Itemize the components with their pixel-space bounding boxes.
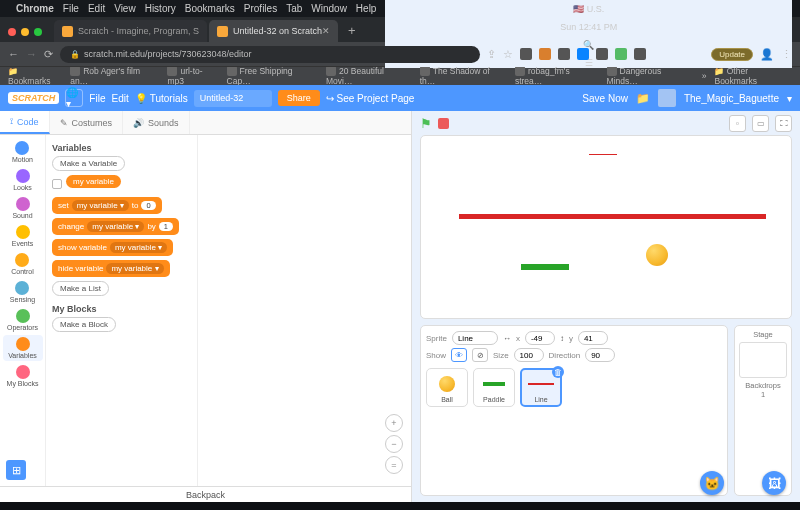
cat-variables[interactable]: Variables xyxy=(3,335,43,361)
bookmark-folder[interactable]: Bookmarks xyxy=(8,66,62,85)
mystuff-icon[interactable]: 📁 xyxy=(636,92,650,105)
update-button[interactable]: Update xyxy=(711,48,753,61)
zoom-in-button[interactable]: + xyxy=(385,414,403,432)
input-flag[interactable]: 🇺🇸 U.S. xyxy=(573,4,604,14)
cat-sound[interactable]: Sound xyxy=(12,195,32,221)
save-now[interactable]: Save Now xyxy=(582,93,628,104)
sprite-name-input[interactable] xyxy=(452,331,498,345)
bookmark[interactable]: Dangerous Minds… xyxy=(607,66,694,85)
close-tab-icon[interactable]: ✕ xyxy=(322,26,330,36)
stage[interactable] xyxy=(420,135,792,319)
cat-events[interactable]: Events xyxy=(12,223,33,249)
sprite-size-input[interactable] xyxy=(514,348,544,362)
menu-profiles[interactable]: Profiles xyxy=(244,3,277,14)
tab-2-active[interactable]: Untitled-32 on Scratch ✕ xyxy=(209,20,338,42)
bookmark[interactable]: Rob Ager's film an… xyxy=(70,66,159,85)
menu-view[interactable]: View xyxy=(114,3,136,14)
chevron-down-icon[interactable]: ▾ xyxy=(787,93,792,104)
sprite-card-paddle[interactable]: Paddle xyxy=(473,368,515,407)
extension-icon[interactable] xyxy=(634,48,646,60)
add-backdrop-button[interactable]: 🖼 xyxy=(762,471,786,495)
star-icon[interactable]: ☆ xyxy=(503,48,513,61)
fullscreen-button[interactable]: ⛶ xyxy=(775,115,792,132)
stop-button[interactable] xyxy=(438,118,449,129)
cat-control[interactable]: Control xyxy=(11,251,34,277)
make-block-button[interactable]: Make a Block xyxy=(52,317,116,332)
sprite-card-line[interactable]: 🗑Line xyxy=(520,368,562,407)
cat-operators[interactable]: Operators xyxy=(7,307,38,333)
cat-myblocks[interactable]: My Blocks xyxy=(7,363,39,389)
language-button[interactable]: 🌐▾ xyxy=(65,89,83,107)
username[interactable]: The_Magic_Baguette xyxy=(684,93,779,104)
menu-edit[interactable]: Edit xyxy=(111,93,128,104)
zoom-reset-button[interactable]: = xyxy=(385,456,403,474)
sprite-direction-input[interactable] xyxy=(585,348,615,362)
bookmark[interactable]: The Shadow of th… xyxy=(420,66,507,85)
scripts-canvas[interactable]: + − = xyxy=(198,135,411,486)
hide-sprite-button[interactable]: ⊘ xyxy=(472,348,488,362)
scratch-logo[interactable]: SCRATCH xyxy=(8,92,59,104)
bookmark[interactable]: Free Shipping Cap… xyxy=(227,66,318,85)
stage-thumbnail[interactable] xyxy=(739,342,787,378)
extension-icon[interactable] xyxy=(558,48,570,60)
block-set-var[interactable]: setmy variable ▾to0 xyxy=(52,197,162,214)
menu-history[interactable]: History xyxy=(145,3,176,14)
menu-edit[interactable]: Edit xyxy=(88,3,105,14)
bookmark[interactable]: url-to-mp3 xyxy=(167,66,218,85)
show-sprite-button[interactable]: 👁 xyxy=(451,348,467,362)
extension-icon[interactable] xyxy=(596,48,608,60)
back-button[interactable]: ← xyxy=(8,48,19,60)
block-show-var[interactable]: show variablemy variable ▾ xyxy=(52,239,173,256)
tutorials-button[interactable]: 💡Tutorials xyxy=(135,93,188,104)
reload-button[interactable]: ⟳ xyxy=(44,48,53,61)
sprite-ball[interactable] xyxy=(646,244,668,266)
variable-reporter[interactable]: my variable xyxy=(66,175,121,188)
menu-bookmarks[interactable]: Bookmarks xyxy=(185,3,235,14)
tab-sounds[interactable]: 🔊Sounds xyxy=(123,111,190,134)
share-button[interactable]: Share xyxy=(278,90,320,106)
profile-icon[interactable]: 👤 xyxy=(760,48,774,61)
extension-icon[interactable] xyxy=(539,48,551,60)
fullscreen-window[interactable] xyxy=(34,28,42,36)
backpack-bar[interactable]: Backpack xyxy=(0,486,411,502)
cat-motion[interactable]: Motion xyxy=(12,139,33,165)
add-sprite-button[interactable]: 🐱 xyxy=(700,471,724,495)
make-variable-button[interactable]: Make a Variable xyxy=(52,156,125,171)
menu-tab[interactable]: Tab xyxy=(286,3,302,14)
menu-icon[interactable]: ⋮ xyxy=(781,48,792,61)
sprite-line[interactable] xyxy=(459,214,766,219)
menu-file[interactable]: File xyxy=(63,3,79,14)
sprite-x-input[interactable] xyxy=(525,331,555,345)
forward-button[interactable]: → xyxy=(26,48,37,60)
sprite-paddle[interactable] xyxy=(521,264,569,270)
bookmark[interactable]: robag_fm's strea… xyxy=(515,66,599,85)
sprite-y-input[interactable] xyxy=(578,331,608,345)
tab-code[interactable]: ⟟Code xyxy=(0,111,50,134)
sprite-card-ball[interactable]: Ball xyxy=(426,368,468,407)
menu-file[interactable]: File xyxy=(89,93,105,104)
other-bookmarks[interactable]: Other Bookmarks xyxy=(714,66,792,85)
minimize-window[interactable] xyxy=(21,28,29,36)
zoom-out-button[interactable]: − xyxy=(385,435,403,453)
extension-icon[interactable] xyxy=(577,48,589,60)
bookmark-overflow[interactable]: » xyxy=(702,71,707,81)
url-field[interactable]: 🔒 scratch.mit.edu/projects/730623048/edi… xyxy=(60,46,480,63)
var-checkbox[interactable] xyxy=(52,179,62,189)
green-flag-button[interactable]: ⚑ xyxy=(420,116,432,131)
delete-sprite-icon[interactable]: 🗑 xyxy=(552,366,564,378)
menu-window[interactable]: Window xyxy=(311,3,347,14)
block-hide-var[interactable]: hide variablemy variable ▾ xyxy=(52,260,170,277)
new-tab-button[interactable]: + xyxy=(340,23,364,38)
see-project-page[interactable]: ↪ See Project Page xyxy=(326,93,415,104)
close-window[interactable] xyxy=(8,28,16,36)
cat-sensing[interactable]: Sensing xyxy=(10,279,35,305)
project-title-input[interactable] xyxy=(194,90,272,107)
large-stage-button[interactable]: ▭ xyxy=(752,115,769,132)
menu-app[interactable]: Chrome xyxy=(16,3,54,14)
block-change-var[interactable]: changemy variable ▾by1 xyxy=(52,218,179,235)
cat-looks[interactable]: Looks xyxy=(13,167,32,193)
add-extension-button[interactable]: ⊞ xyxy=(6,460,26,480)
avatar[interactable] xyxy=(658,89,676,107)
extension-icon[interactable] xyxy=(520,48,532,60)
share-icon[interactable]: ⇪ xyxy=(487,48,496,61)
